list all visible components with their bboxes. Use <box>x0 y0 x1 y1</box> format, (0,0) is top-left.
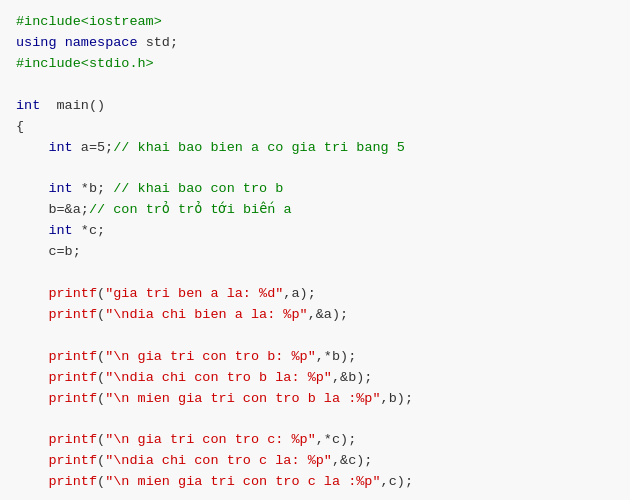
code-line: int *b; // khai bao con tro b <box>16 179 614 200</box>
code-token-preprocessor: #include<stdio.h> <box>16 56 154 71</box>
code-token-normal: ( <box>97 370 105 385</box>
code-token-comment: // khai bao con tro b <box>113 181 283 196</box>
code-token-normal <box>16 140 48 155</box>
code-token-string: "\ndia chi bien a la: %p" <box>105 307 308 322</box>
code-token-string: "\ndia chi con tro b la: %p" <box>105 370 332 385</box>
code-token-keyword: int <box>16 98 40 113</box>
code-token-normal: a=5; <box>73 140 114 155</box>
code-token-normal <box>16 181 48 196</box>
code-token-normal: std; <box>138 35 179 50</box>
code-line: #include<stdio.h> <box>16 54 614 75</box>
code-token-normal <box>16 391 48 406</box>
code-line <box>16 75 614 96</box>
code-token-string: "gia tri ben a la: %d" <box>105 286 283 301</box>
code-token-normal <box>16 453 48 468</box>
code-line: b=&a;// con trỏ trỏ tới biến a <box>16 200 614 221</box>
code-token-normal: ,&b); <box>332 370 373 385</box>
code-token-keyword: using <box>16 35 57 50</box>
code-line: c=b; <box>16 242 614 263</box>
code-token-normal: c=b; <box>16 244 81 259</box>
code-token-normal: ,*c); <box>316 432 357 447</box>
code-line: printf("\n gia tri con tro b: %p",*b); <box>16 347 614 368</box>
code-token-normal: ,b); <box>381 391 413 406</box>
code-line: using namespace std; <box>16 33 614 54</box>
code-line: printf("\n mien gia tri con tro b la :%p… <box>16 389 614 410</box>
code-token-normal <box>57 35 65 50</box>
code-token-normal <box>40 98 56 113</box>
code-line: { <box>16 117 614 138</box>
code-token-normal <box>16 223 48 238</box>
code-token-keyword: namespace <box>65 35 138 50</box>
code-token-normal <box>16 432 48 447</box>
code-token-normal <box>16 349 48 364</box>
code-line: int a=5;// khai bao bien a co gia tri ba… <box>16 138 614 159</box>
code-token-normal: main() <box>57 98 106 113</box>
code-token-keyword: int <box>48 181 72 196</box>
code-token-keyword: int <box>48 223 72 238</box>
code-token-string: "\n gia tri con tro b: %p" <box>105 349 316 364</box>
code-line <box>16 410 614 431</box>
code-token-normal: ( <box>97 474 105 489</box>
code-token-string: "\n gia tri con tro c: %p" <box>105 432 316 447</box>
code-line <box>16 493 614 500</box>
code-token-normal <box>16 370 48 385</box>
code-token-comment: // con trỏ trỏ tới biến a <box>89 202 292 217</box>
code-token-normal: ( <box>97 391 105 406</box>
code-token-string: "\n mien gia tri con tro b la :%p" <box>105 391 380 406</box>
code-token-comment: // khai bao bien a co gia tri bang 5 <box>113 140 405 155</box>
code-token-normal: ( <box>97 432 105 447</box>
code-block: #include<iostream>using namespace std;#i… <box>16 12 614 500</box>
code-token-normal: ,&a); <box>308 307 349 322</box>
code-token-keyword: int <box>48 140 72 155</box>
code-token-normal: b=&a; <box>16 202 89 217</box>
code-token-function: printf <box>48 307 97 322</box>
code-token-function: printf <box>48 370 97 385</box>
code-line: printf("\ndia chi con tro c la: %p",&c); <box>16 451 614 472</box>
code-token-normal: { <box>16 119 24 134</box>
code-token-function: printf <box>48 453 97 468</box>
code-token-normal: ,a); <box>283 286 315 301</box>
code-line <box>16 263 614 284</box>
code-token-normal: ,&c); <box>332 453 373 468</box>
code-line: printf("gia tri ben a la: %d",a); <box>16 284 614 305</box>
code-token-normal: ( <box>97 349 105 364</box>
code-token-normal <box>16 474 48 489</box>
code-token-normal: ( <box>97 286 105 301</box>
code-token-function: printf <box>48 349 97 364</box>
code-token-normal: *c; <box>73 223 105 238</box>
code-token-normal: ,*b); <box>316 349 357 364</box>
code-token-string: "\n mien gia tri con tro c la :%p" <box>105 474 380 489</box>
code-token-function: printf <box>48 391 97 406</box>
code-token-normal: ( <box>97 453 105 468</box>
code-token-normal: *b; <box>73 181 114 196</box>
code-line <box>16 158 614 179</box>
code-line: printf("\ndia chi con tro b la: %p",&b); <box>16 368 614 389</box>
code-token-normal <box>16 286 48 301</box>
code-token-normal: ( <box>97 307 105 322</box>
code-line: printf("\ndia chi bien a la: %p",&a); <box>16 305 614 326</box>
code-token-function: printf <box>48 286 97 301</box>
code-line: printf("\n mien gia tri con tro c la :%p… <box>16 472 614 493</box>
code-token-function: printf <box>48 432 97 447</box>
code-token-normal: ,c); <box>381 474 413 489</box>
code-token-preprocessor: #include<iostream> <box>16 14 162 29</box>
code-line: int *c; <box>16 221 614 242</box>
code-editor: #include<iostream>using namespace std;#i… <box>0 0 630 500</box>
code-line: int main() <box>16 96 614 117</box>
code-line <box>16 326 614 347</box>
code-line: #include<iostream> <box>16 12 614 33</box>
code-token-function: printf <box>48 474 97 489</box>
code-line: printf("\n gia tri con tro c: %p",*c); <box>16 430 614 451</box>
code-token-normal <box>16 307 48 322</box>
code-token-string: "\ndia chi con tro c la: %p" <box>105 453 332 468</box>
